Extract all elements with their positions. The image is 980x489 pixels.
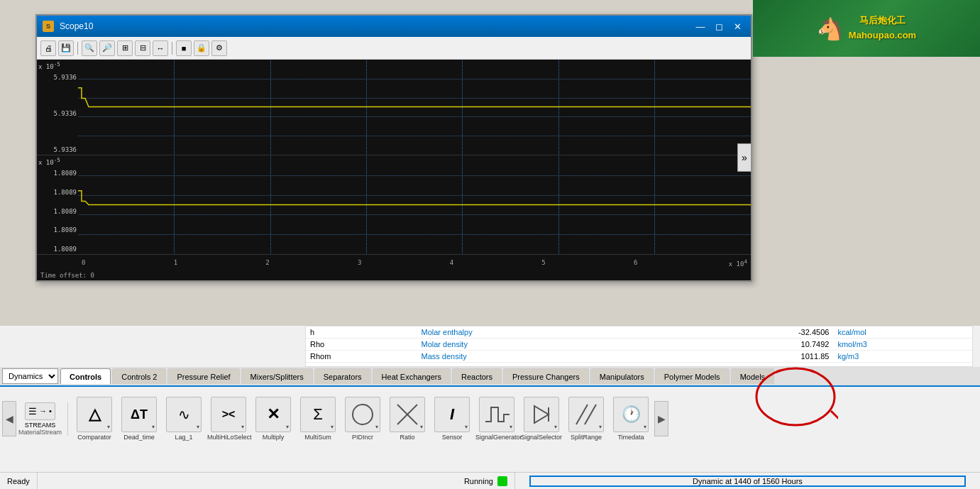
- scope-expand-btn[interactable]: »: [737, 143, 751, 172]
- plot1-y2: 5.9336: [38, 110, 77, 117]
- plot1-exp: x 10-5: [38, 61, 60, 70]
- tab-separators[interactable]: Separators: [314, 368, 371, 384]
- svg-marker-3: [534, 406, 549, 423]
- split-range-btn[interactable]: ▾: [568, 397, 604, 432]
- lag1-label: Lag_1: [175, 434, 193, 441]
- tool-timedata: 🕐 ▾ Timedata: [610, 397, 652, 441]
- close-button[interactable]: ✕: [730, 19, 745, 33]
- restore-button[interactable]: ◻: [711, 19, 727, 33]
- dead-time-arrow-icon: ▾: [152, 424, 155, 430]
- row-name-h: h: [306, 326, 417, 339]
- minimize-button[interactable]: —: [693, 19, 708, 33]
- streams-label: STREAMS: [25, 422, 56, 429]
- sensor-btn[interactable]: I ▾: [434, 397, 470, 432]
- plot2-ylabel: 1.8089 1.8089 1.8089 1.8089 1.8089: [37, 168, 78, 254]
- row-unit-h: kcal/mol: [833, 326, 972, 339]
- comparator-btn[interactable]: △ ▾: [77, 397, 112, 432]
- multiply-btn[interactable]: ✕ ▾: [255, 397, 291, 432]
- tool-split-range: ▾ SplitRange: [565, 397, 607, 441]
- sensor-arrow-icon: ▾: [465, 424, 468, 430]
- streams-icon-btn[interactable]: ☰ → •: [25, 402, 55, 420]
- tab-reactors[interactable]: Reactors: [452, 368, 502, 384]
- tab-models[interactable]: Models: [731, 368, 774, 384]
- x-label-2: 2: [265, 259, 269, 266]
- plot2-y3: 1.8089: [38, 208, 77, 215]
- lag1-btn[interactable]: ∿ ▾: [166, 397, 202, 432]
- status-ready: Ready: [0, 473, 38, 489]
- tab-pressure-relief[interactable]: Pressure Relief: [167, 368, 239, 384]
- controls-tab-bar: Dynamics Controls Controls 2 Pressure Re…: [0, 367, 980, 387]
- x-label-4: 4: [450, 259, 453, 266]
- signal-gen-icon: [484, 402, 510, 427]
- tool-lag1: ∿ ▾ Lag_1: [163, 397, 205, 441]
- streams-arrow-icon: →: [39, 407, 47, 415]
- nav-left-arrow[interactable]: ◀: [2, 401, 16, 436]
- toolbar-zoom-x-btn[interactable]: ↔: [153, 40, 168, 56]
- multiply-arrow-icon: ▾: [286, 424, 289, 430]
- multiply-icon: ✕: [267, 405, 280, 424]
- multihilo-btn[interactable]: >< ▾: [211, 397, 246, 432]
- ratio-btn[interactable]: ▾: [390, 397, 425, 432]
- row-desc-rho: Molar density: [417, 339, 695, 351]
- signal-gen-btn[interactable]: ▾: [479, 397, 514, 432]
- status-dynamic: Dynamic at 1440 of 1560 Hours: [529, 476, 966, 487]
- timedata-icon: 🕐: [622, 405, 641, 424]
- tab-polymer-models[interactable]: Polymer Models: [655, 368, 730, 384]
- comparator-label: Comparator: [77, 434, 111, 441]
- timedata-label: Timedata: [617, 434, 644, 441]
- streams-icon: ☰: [28, 406, 37, 417]
- signal-gen-label: SignalGenerator: [475, 434, 518, 441]
- dynamics-dropdown[interactable]: Dynamics: [2, 368, 58, 384]
- toolbar-stop-btn[interactable]: ■: [176, 40, 192, 56]
- comparator-icon: △: [89, 405, 101, 424]
- dead-time-btn[interactable]: ΔT ▾: [121, 397, 157, 432]
- ratio-arrow-icon: ▾: [420, 424, 423, 430]
- timedata-btn[interactable]: 🕐 ▾: [613, 397, 649, 432]
- toolbar-fit-btn[interactable]: ⊞: [117, 40, 133, 56]
- plot2-y4: 1.8089: [38, 226, 77, 233]
- tool-ratio: ▾ Ratio: [386, 397, 429, 441]
- toolbar-save-btn[interactable]: 💾: [58, 40, 74, 56]
- dynamic-status-text: Dynamic at 1440 of 1560 Hours: [693, 477, 803, 485]
- toolbar-print-btn[interactable]: 🖨: [40, 40, 56, 56]
- pidincr-label: PIDIncr: [352, 434, 373, 441]
- sensor-icon: I: [450, 405, 454, 424]
- multisum-btn[interactable]: Σ ▾: [300, 397, 336, 432]
- tool-multisum: Σ ▾ MultiSum: [297, 397, 339, 441]
- plot2-trace: [78, 155, 751, 254]
- toolbar-autoscale-btn[interactable]: ⊟: [135, 40, 150, 56]
- pidincr-arrow-icon: ▾: [375, 424, 378, 430]
- x-label-6: 6: [634, 259, 637, 266]
- plot2-area: [78, 155, 751, 254]
- tool-dead-time: ΔT ▾ Dead_time: [118, 397, 160, 441]
- scope-window: S Scope10 — ◻ ✕ 🖨 💾 🔍 🔎 ⊞ ⊟ ↔ ■ 🔒 ⚙ x 10…: [35, 14, 752, 282]
- lag1-icon: ∿: [178, 406, 190, 423]
- tool-multiply: ✕ ▾ Multiply: [252, 397, 294, 441]
- main-panel: h Molar enthalpy -32.4506 kcal/mol Rho M…: [0, 326, 980, 489]
- watermark-line2: Mahoupao.com: [849, 28, 916, 43]
- tab-heat-exchangers[interactable]: Heat Exchangers: [373, 368, 451, 384]
- toolbar-settings-btn[interactable]: ⚙: [211, 40, 227, 56]
- tab-controls2[interactable]: Controls 2: [112, 368, 166, 384]
- time-axis: 0 1 2 3 4 5 6 x 104: [37, 255, 751, 270]
- nav-right-arrow[interactable]: ▶: [654, 401, 668, 436]
- tab-pressure-changers[interactable]: Pressure Changers: [503, 368, 589, 384]
- toolbar-zoom-out-btn[interactable]: 🔎: [99, 40, 115, 56]
- status-bar: Ready Running Dynamic at 1440 of 1560 Ho…: [0, 472, 980, 489]
- timedata-arrow-icon: ▾: [644, 424, 646, 430]
- toolbar-lock-btn[interactable]: 🔒: [194, 40, 209, 56]
- row-name-rho: Rho: [306, 339, 417, 351]
- plot1-area: [78, 60, 751, 155]
- streams-arrow2-icon: •: [49, 407, 52, 415]
- ratio-icon: [395, 402, 420, 427]
- signal-sel-btn[interactable]: ▾: [524, 397, 559, 432]
- watermark-line1: 马后炮化工: [849, 13, 916, 28]
- ratio-label: Ratio: [400, 434, 415, 441]
- tab-controls[interactable]: Controls: [60, 368, 111, 384]
- x-exp: x 104: [729, 258, 747, 268]
- pidincr-btn[interactable]: ▾: [345, 397, 380, 432]
- ready-label: Ready: [7, 477, 30, 485]
- toolbar-zoom-in-btn[interactable]: 🔍: [82, 40, 97, 56]
- tab-manipulators[interactable]: Manipulators: [590, 368, 654, 384]
- tab-mixers[interactable]: Mixers/Splitters: [241, 368, 313, 384]
